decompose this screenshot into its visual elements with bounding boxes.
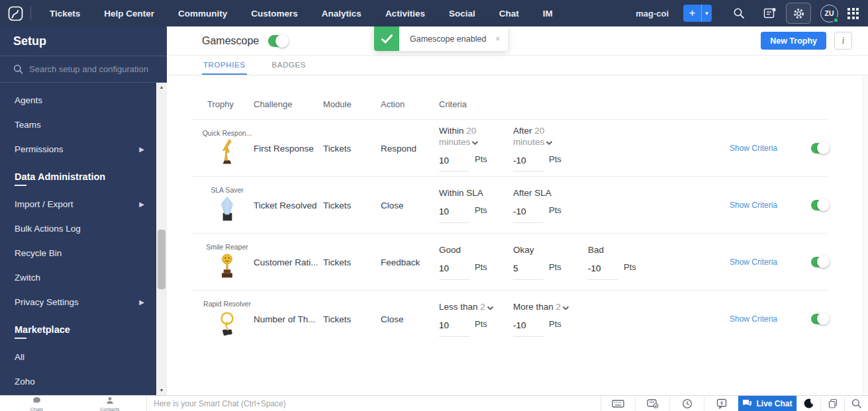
- apps-grid-icon[interactable]: [847, 8, 859, 19]
- sidebar-section-marketplace: Marketplace: [0, 321, 156, 342]
- sidebar-item-zwitch[interactable]: Zwitch: [0, 265, 156, 290]
- sidebar-item-label: Import / Export: [15, 199, 73, 209]
- sidebar-item-recycle-bin[interactable]: Recycle Bin: [0, 241, 156, 265]
- criteria-condition[interactable]: Within SLA: [439, 187, 509, 199]
- criteria-unit[interactable]: minutes: [439, 136, 509, 147]
- toast-close-icon[interactable]: ×: [495, 26, 508, 51]
- tab-trophies[interactable]: TROPHIES: [202, 61, 247, 75]
- points-unit-label: Pts: [549, 205, 561, 215]
- new-trophy-button[interactable]: New Trophy: [761, 32, 826, 50]
- tool-search-icon[interactable]: [844, 396, 868, 411]
- criteria-condition[interactable]: Less than 2: [439, 301, 509, 312]
- criteria-condition[interactable]: Okay: [513, 244, 583, 255]
- smart-chat-bar[interactable]: [147, 396, 601, 411]
- chevron-down-icon[interactable]: [562, 306, 569, 310]
- nav-item-help-center[interactable]: Help Center: [92, 0, 166, 26]
- bottom-tab-contacts[interactable]: Contacts: [73, 396, 147, 411]
- sidebar-scrollbar[interactable]: ▲ ▼: [156, 83, 167, 395]
- live-chat-button[interactable]: Live Chat: [738, 396, 796, 411]
- tool-ticket-check-icon[interactable]: [635, 396, 669, 411]
- sidebar-item-bulk-actions-log[interactable]: Bulk Actions Log: [0, 216, 156, 241]
- nav-item-tickets[interactable]: Tickets: [38, 0, 92, 26]
- tab-badges[interactable]: BADGES: [271, 61, 308, 75]
- scroll-up-arrow-icon[interactable]: ▲: [156, 83, 167, 92]
- points-row: 10Pts: [439, 319, 509, 337]
- points-input[interactable]: -10: [588, 263, 618, 280]
- sidebar-item-agents[interactable]: Agents: [0, 88, 156, 113]
- chevron-down-icon[interactable]: [487, 306, 494, 310]
- setup-search-input[interactable]: [29, 64, 148, 74]
- chevron-down-icon[interactable]: [546, 140, 553, 145]
- column-module: Module: [323, 99, 352, 109]
- global-search-button[interactable]: [726, 3, 751, 24]
- gamescope-toggle[interactable]: [268, 35, 288, 47]
- sidebar-item-teams[interactable]: Teams: [0, 113, 156, 137]
- tool-copy-icon[interactable]: [820, 396, 844, 411]
- nav-item-chat[interactable]: Chat: [487, 0, 531, 26]
- tool-history-icon[interactable]: [669, 396, 704, 411]
- nav-item-customers[interactable]: Customers: [239, 0, 310, 26]
- criteria-main: Good: [439, 245, 461, 255]
- user-avatar[interactable]: ZU: [820, 5, 838, 23]
- criteria-condition[interactable]: Within 20: [439, 124, 509, 136]
- bottom-tab-chats[interactable]: Chats: [0, 396, 73, 411]
- trophy-enabled-toggle[interactable]: [811, 314, 829, 324]
- nav-item-activities[interactable]: Activities: [373, 0, 437, 26]
- sidebar-item-zoho[interactable]: Zoho: [0, 369, 156, 394]
- tool-keyboard-icon[interactable]: [601, 396, 635, 411]
- points-input[interactable]: 10: [439, 320, 469, 337]
- scrollbar-thumb[interactable]: [158, 230, 166, 289]
- sidebar-item-import-export[interactable]: Import / Export▶: [0, 192, 156, 216]
- points-input[interactable]: -10: [513, 320, 544, 337]
- smart-chat-input[interactable]: [147, 399, 601, 408]
- points-input[interactable]: -10: [513, 155, 544, 171]
- bolt-trophy-icon: [199, 138, 256, 167]
- sidebar-item-permissions[interactable]: Permissions▶: [0, 137, 156, 161]
- criteria-value[interactable]: 20: [466, 125, 476, 135]
- criteria-value[interactable]: 2: [480, 302, 485, 312]
- points-input[interactable]: 5: [513, 263, 544, 280]
- setup-button[interactable]: [786, 3, 811, 24]
- nav-item-social[interactable]: Social: [437, 0, 487, 26]
- criteria-condition[interactable]: Bad: [588, 244, 658, 255]
- quick-create-button[interactable]: +: [683, 5, 701, 22]
- show-criteria-link[interactable]: Show Criteria: [730, 144, 777, 153]
- criteria-condition[interactable]: After SLA: [513, 187, 583, 199]
- trophy-enabled-toggle[interactable]: [811, 200, 829, 210]
- scroll-down-arrow-icon[interactable]: ▼: [156, 386, 167, 395]
- contact-icon: [106, 395, 114, 407]
- gamescope-header: Gamescope New Trophy i: [167, 26, 868, 56]
- zoho-desk-logo[interactable]: [0, 6, 30, 21]
- points-input[interactable]: 10: [439, 263, 469, 280]
- nav-item-community[interactable]: Community: [166, 0, 239, 26]
- show-criteria-link[interactable]: Show Criteria: [730, 257, 777, 267]
- points-input[interactable]: 10: [439, 155, 469, 171]
- criteria-condition[interactable]: More than 2: [513, 301, 583, 312]
- nav-item-analytics[interactable]: Analytics: [310, 0, 373, 26]
- announcements-button[interactable]: [757, 3, 782, 24]
- points-input[interactable]: -10: [513, 206, 544, 223]
- tool-night-mode-icon[interactable]: [796, 396, 820, 411]
- points-input[interactable]: 10: [439, 206, 469, 223]
- criteria-value[interactable]: 20: [534, 125, 544, 135]
- nav-item-im[interactable]: IM: [531, 0, 565, 26]
- trophy-enabled-toggle[interactable]: [811, 143, 829, 154]
- trophy-enabled-toggle[interactable]: [811, 257, 829, 267]
- tool-feedback-icon[interactable]: [704, 396, 738, 411]
- sidebar-item-privacy-settings[interactable]: Privacy Settings▶: [0, 290, 156, 314]
- criteria-cell: More than 2-10Pts: [513, 301, 583, 337]
- org-name[interactable]: mag-coi: [636, 9, 669, 19]
- main-scrollbar[interactable]: [863, 76, 868, 395]
- sidebar-item-all[interactable]: All: [0, 345, 156, 369]
- show-criteria-link[interactable]: Show Criteria: [730, 314, 777, 324]
- toast-message: Gamescope enabled: [399, 26, 495, 51]
- quick-create-caret[interactable]: ▼: [701, 5, 712, 22]
- chevron-down-icon[interactable]: [471, 140, 479, 145]
- show-criteria-link[interactable]: Show Criteria: [730, 201, 777, 210]
- criteria-condition[interactable]: Good: [439, 244, 509, 255]
- criteria-value[interactable]: 2: [556, 302, 561, 312]
- info-button[interactable]: i: [834, 32, 852, 50]
- criteria-condition[interactable]: After 20: [513, 124, 583, 136]
- sidebar-search[interactable]: [0, 56, 167, 83]
- criteria-unit[interactable]: minutes: [513, 136, 583, 147]
